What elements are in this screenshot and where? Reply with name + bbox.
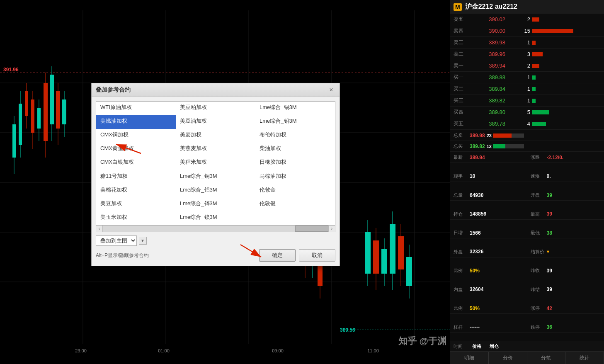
overlay-target-select[interactable]: 叠加到主图 xyxy=(96,235,137,246)
contract-item[interactable]: Lme综合_铅3M xyxy=(255,115,335,129)
scroll-thumb[interactable] xyxy=(295,226,328,232)
contract-item[interactable]: 美燃油加权 xyxy=(96,115,176,129)
ratio2-row: 比例 50% xyxy=(450,303,527,314)
settle-row: 结算价 ▼ xyxy=(527,247,604,257)
tab-price[interactable]: 分价 xyxy=(489,352,527,364)
contract-item[interactable]: 伦敦银 xyxy=(255,198,335,211)
time-price-row: 时间 价格 增仓 xyxy=(450,341,604,352)
buy-row-5: 买五 389.78 4 xyxy=(450,118,604,130)
confirm-button[interactable]: 确定 xyxy=(259,249,296,262)
buy-price-2: 389.84 xyxy=(472,86,505,92)
sell-price-1: 389.94 xyxy=(472,63,505,69)
tab-stats[interactable]: 统计 xyxy=(565,352,604,364)
contract-item[interactable]: WTI原油加权 xyxy=(96,102,176,115)
contract-item[interactable]: CMX白银加权 xyxy=(96,156,176,170)
buy-bar-4 xyxy=(532,110,601,114)
position-row: 持仓 148856 xyxy=(450,209,527,220)
contract-item[interactable]: 糖11号加权 xyxy=(96,170,176,184)
ratio1-label: 比例 xyxy=(454,267,468,274)
contract-item[interactable]: 日橡胶加权 xyxy=(255,156,335,170)
low-row: 最低 38 xyxy=(527,228,604,238)
bottom-tabs: 明细 分价 分笔 统计 xyxy=(450,352,604,364)
xianhand-row: 现手 10 xyxy=(450,171,527,182)
contract-item[interactable]: Lme综合_镍3M xyxy=(176,211,255,225)
cancel-button[interactable]: 取消 xyxy=(299,249,335,262)
contract-list-container: WTI原油加权美豆粕加权Lme综合_锡3M美燃油加权美豆油加权Lme综合_铅3M… xyxy=(96,101,335,226)
xianhand-label: 现手 xyxy=(454,173,468,180)
scroll-left-arrow[interactable]: ‹ xyxy=(96,226,103,232)
contract-item[interactable]: Lme综合_铝3M xyxy=(176,184,255,198)
buy-vol-5: 4 xyxy=(509,121,530,127)
sell-label-4: 卖四 xyxy=(454,27,472,34)
leverage-row: 杠杆 ------ xyxy=(450,322,527,333)
buy-price-5: 389.78 xyxy=(472,121,505,127)
buy-bar-3 xyxy=(532,99,601,103)
ratio2-value: 50% xyxy=(470,306,480,311)
dialog-buttons: 确定 取消 xyxy=(259,249,335,262)
svg-rect-18 xyxy=(25,91,28,116)
sell-row-2: 卖二 389.96 3 xyxy=(450,49,604,60)
contract-item[interactable]: Lme综合_锌3M xyxy=(176,198,255,211)
dropdown-group: 叠加到主图 ▼ xyxy=(96,235,147,246)
sell-price-4: 390.00 xyxy=(472,28,505,34)
svg-rect-78 xyxy=(406,257,412,286)
contract-item[interactable]: 布伦特加权 xyxy=(255,129,335,143)
speed-label: 速涨 xyxy=(531,173,545,180)
buy-vol-3: 1 xyxy=(509,97,530,104)
horizontal-scrollbar[interactable]: ‹ › xyxy=(96,226,335,232)
sell-bar-3 xyxy=(532,41,601,45)
contract-item[interactable]: Lme综合_铜3M xyxy=(176,170,255,184)
buy-price-4: 389.80 xyxy=(472,109,505,115)
buy-label-5: 买五 xyxy=(454,120,472,127)
dialog-close-button[interactable]: × xyxy=(327,86,335,94)
contract-item[interactable]: 柴油加权 xyxy=(255,143,335,156)
contract-item[interactable]: 美稻米加权 xyxy=(176,156,255,170)
total-buy-label: 总买 xyxy=(454,143,468,149)
contract-item[interactable]: CMX铜加权 xyxy=(96,129,176,143)
contract-item[interactable]: 美燕麦加权 xyxy=(176,143,255,156)
overlay-dialog: 叠加参考合约 × WTI原油加权美豆粕加权Lme综合_锡3M美燃油加权美豆油加权… xyxy=(91,83,340,266)
sell-row-4: 卖四 390.00 15 xyxy=(450,25,604,37)
buy-price-3: 389.82 xyxy=(472,97,505,104)
leverage-label: 杠杆 xyxy=(454,324,468,330)
scroll-right-arrow[interactable]: › xyxy=(328,226,335,232)
contract-item[interactable]: 美豆粕加权 xyxy=(176,102,255,115)
contract-item[interactable]: 美豆加权 xyxy=(96,198,176,211)
contract-item[interactable]: 美玉米加权 xyxy=(96,211,176,225)
svg-text:391.96: 391.96 xyxy=(3,67,19,73)
price-label-bottom: 价格 xyxy=(472,343,481,349)
speed-row: 速涨 0. xyxy=(527,171,604,182)
contract-item[interactable]: Lme综合_锡3M xyxy=(255,102,335,115)
scroll-track[interactable] xyxy=(103,226,328,232)
dropdown-arrow-icon[interactable]: ▼ xyxy=(139,237,147,245)
contract-item[interactable]: 美棉花加权 xyxy=(96,184,176,198)
contract-item[interactable]: 美麦加权 xyxy=(176,129,255,143)
sell-bar-2 xyxy=(532,52,601,56)
inner-disk-label: 内盘 xyxy=(454,286,468,293)
panel-badge: M xyxy=(454,3,462,11)
contract-item[interactable]: 美豆油加权 xyxy=(176,115,255,129)
buy-row-3: 买三 389.82 1 xyxy=(450,95,604,107)
add-label-bottom: 增仓 xyxy=(490,343,499,349)
tab-detail[interactable]: 明细 xyxy=(450,352,489,364)
svg-rect-69 xyxy=(381,249,387,274)
sell-row-3: 卖三 389.98 1 xyxy=(450,37,604,49)
contract-list[interactable]: WTI原油加权美豆粕加权Lme综合_锡3M美燃油加权美豆油加权Lme综合_铅3M… xyxy=(96,102,335,225)
shortcut-text: Alt+P显示/隐藏参考合约 xyxy=(96,252,149,259)
change-value: -2.12/0. xyxy=(547,155,564,160)
contract-item[interactable]: CMX黄金加权 xyxy=(96,143,176,156)
open-row: 开盘 39 xyxy=(527,190,604,201)
contract-item[interactable]: 马棕油加权 xyxy=(255,170,335,184)
svg-text:09:00: 09:00 xyxy=(272,348,284,353)
order-book: 卖五 390.02 2 卖四 390.00 15 卖三 389.98 1 卖二 … xyxy=(450,14,604,352)
contract-item[interactable]: 伦敦金 xyxy=(255,184,335,198)
sell-vol-3: 1 xyxy=(509,39,530,46)
buy-label-2: 买二 xyxy=(454,85,472,92)
buy-bar-5 xyxy=(532,122,601,126)
yest-settle-label: 昨结 xyxy=(531,286,545,293)
limit-down-label: 跌停 xyxy=(531,324,545,330)
tab-trade[interactable]: 分笔 xyxy=(527,352,566,364)
low-label: 最低 xyxy=(531,230,545,236)
volume-value: 64930 xyxy=(470,192,483,198)
svg-text:11:00: 11:00 xyxy=(367,348,379,353)
